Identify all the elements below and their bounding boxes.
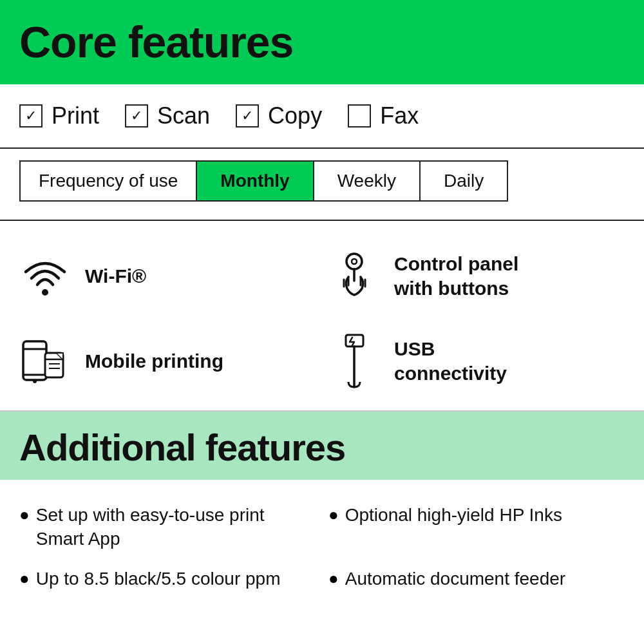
checkbox-scan-box[interactable]: ✓ [125,104,148,128]
touch-label: Control panel with buttons [394,252,518,300]
bullet-dot-3: ● [19,567,30,590]
checkmark-print: ✓ [25,109,37,123]
bullet-text-4: Automatic document feeder [345,567,565,591]
bullets-section: ● Set up with easy-to-use print Smart Ap… [0,480,644,616]
svg-point-6 [33,379,37,383]
checkmark-scan: ✓ [131,109,142,123]
bullet-dot-4: ● [328,567,339,590]
bullet-text-1: Set up with easy-to-use print Smart App [36,503,316,552]
checkbox-print-box[interactable]: ✓ [19,104,43,128]
feature-wifi: Wi-Fi® [19,240,316,312]
additional-section: Additional features [0,412,644,480]
bullet-2: ● Optional high-yield HP Inks [328,498,625,557]
checkbox-scan[interactable]: ✓ Scan [125,102,210,129]
bullet-dot-1: ● [19,503,30,526]
checkbox-fax-label: Fax [380,102,419,129]
checkbox-print[interactable]: ✓ Print [19,102,99,129]
bullet-text-2: Optional high-yield HP Inks [345,503,562,527]
checkmark-copy: ✓ [242,109,253,123]
usb-label: USB connectivity [394,337,507,385]
checkbox-copy-label: Copy [268,102,322,129]
frequency-daily[interactable]: Daily [421,162,507,200]
page-title: Core features [19,18,625,66]
feature-mobile: Mobile printing [19,325,316,397]
bullet-4: ● Automatic document feeder [328,562,625,596]
header-section: Core features [0,0,644,84]
checkbox-copy-box[interactable]: ✓ [236,104,259,128]
frequency-label: Frequency of use [21,162,197,200]
frequency-weekly[interactable]: Weekly [314,162,421,200]
feature-usb: USB connectivity [328,325,625,397]
svg-point-2 [352,259,357,264]
checkbox-fax[interactable]: Fax [348,102,419,129]
bullet-text-3: Up to 8.5 black/5.5 colour ppm [36,567,281,591]
svg-point-0 [42,289,48,296]
mobile-icon [19,336,71,387]
bullet-3: ● Up to 8.5 black/5.5 colour ppm [19,562,316,596]
feature-touch: Control panel with buttons [328,240,625,312]
checkbox-fax-box[interactable] [348,104,371,128]
features-section: Wi-Fi® Control panel with buttons [0,221,644,412]
bullet-1: ● Set up with easy-to-use print Smart Ap… [19,498,316,557]
wifi-label: Wi-Fi® [85,264,146,289]
additional-title: Additional features [19,427,625,468]
svg-rect-11 [346,335,363,346]
mobile-label: Mobile printing [85,349,223,374]
checkbox-print-label: Print [52,102,99,129]
checkbox-scan-label: Scan [157,102,210,129]
usb-icon [328,336,380,387]
checkboxes-row: ✓ Print ✓ Scan ✓ Copy Fax [19,102,625,129]
svg-point-1 [346,254,362,269]
wifi-icon [19,251,71,302]
checkboxes-section: ✓ Print ✓ Scan ✓ Copy Fax [0,84,644,149]
checkbox-copy[interactable]: ✓ Copy [236,102,322,129]
bullet-dot-2: ● [328,503,339,526]
frequency-section: Frequency of use Monthly Weekly Daily [0,149,644,221]
touch-icon [328,251,380,302]
frequency-monthly[interactable]: Monthly [197,162,314,200]
frequency-row: Frequency of use Monthly Weekly Daily [19,160,508,202]
